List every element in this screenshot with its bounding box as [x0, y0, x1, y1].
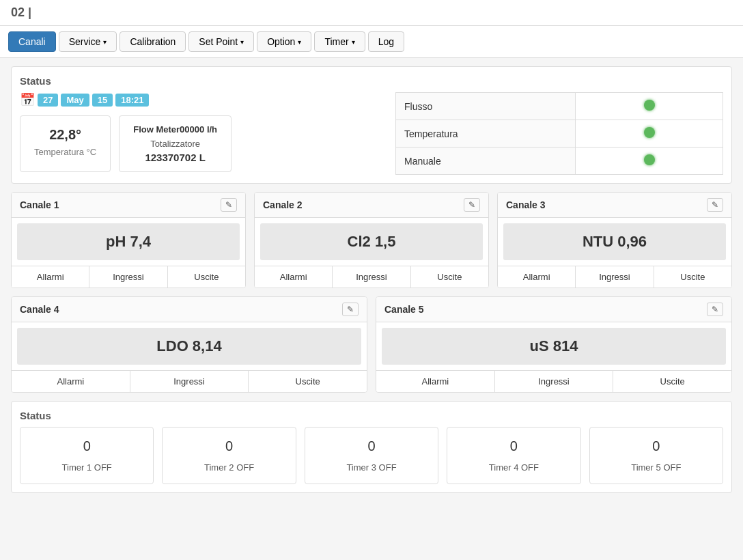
status-top-title: Status [20, 75, 723, 87]
channel-uscite-3[interactable]: Uscite [654, 266, 731, 288]
channel-edit-2[interactable]: ✎ [464, 198, 480, 212]
channel-edit-5[interactable]: ✎ [707, 303, 723, 316]
timer-label-5: Timer 5 OFF [598, 462, 714, 473]
timer-label-4: Timer 4 OFF [455, 462, 572, 473]
channel-allarmi-4[interactable]: Allarmi [12, 371, 130, 392]
temperatura-dot [576, 120, 723, 148]
channel-card-4: Canale 4 ✎ LDO 8,14 Allarmi Ingressi Usc… [11, 296, 367, 393]
temperature-value: 22,8° [34, 127, 96, 143]
totalizzatore-value: 123370702 L [133, 152, 217, 163]
timer-value-4: 0 [455, 438, 572, 454]
pencil-icon-3: ✎ [712, 200, 718, 210]
main-content: Status 📅 27 May 15 18:21 22,8° Temperatu… [0, 58, 743, 501]
channel-card-3: Canale 3 ✎ NTU 0,96 Allarmi Ingressi Usc… [497, 192, 732, 288]
channel-name-1: Canale 1 [20, 199, 59, 210]
date-day: 27 [38, 94, 58, 107]
pencil-icon-4: ✎ [347, 305, 354, 314]
status-inner: 📅 27 May 15 18:21 22,8° Temperatura °C F… [20, 92, 723, 175]
channel-value-2: Cl2 1,5 [260, 223, 483, 260]
timer-label-1: Timer 1 OFF [29, 462, 145, 473]
nav-calibration[interactable]: Calibration [120, 31, 186, 52]
timer-value-3: 0 [313, 438, 430, 454]
flow-box: Flow Meter00000 l/h Totalizzatore 123370… [119, 115, 232, 172]
pencil-icon-5: ✎ [712, 305, 718, 314]
channel-edit-4[interactable]: ✎ [342, 303, 359, 316]
channel-header-2: Canale 2 ✎ [255, 193, 488, 218]
nav-service[interactable]: Service ▾ [59, 31, 117, 52]
timer-label-3: Timer 3 OFF [313, 462, 430, 473]
channel-uscite-1[interactable]: Uscite [168, 266, 245, 288]
timer-card-4: 0 Timer 4 OFF [447, 427, 580, 484]
indicator-temperatura: Temperatura [396, 120, 723, 148]
channel-uscite-5[interactable]: Uscite [613, 371, 731, 392]
channel-name-5: Canale 5 [384, 304, 424, 315]
channel-ingressi-3[interactable]: Ingressi [576, 266, 654, 288]
option-caret: ▾ [298, 38, 301, 46]
channel-edit-1[interactable]: ✎ [221, 198, 237, 212]
nav-log[interactable]: Log [368, 31, 404, 52]
channel-value-3: NTU 0,96 [503, 223, 726, 260]
channel-uscite-2[interactable]: Uscite [411, 266, 488, 288]
timer-card-3: 0 Timer 3 OFF [305, 427, 438, 484]
channel-actions-2: Allarmi Ingressi Uscite [255, 266, 488, 288]
channel-allarmi-3[interactable]: Allarmi [498, 266, 576, 288]
flow-title: Flow Meter00000 l/h [133, 124, 217, 135]
navbar: Canali Service ▾ Calibration Set Point ▾… [0, 26, 743, 58]
flusso-status-dot [644, 100, 655, 111]
channel-header-1: Canale 1 ✎ [12, 193, 245, 218]
top-bar: 02 | [0, 0, 743, 26]
timer-card-5: 0 Timer 5 OFF [589, 427, 723, 484]
channel-card-2: Canale 2 ✎ Cl2 1,5 Allarmi Ingressi Usci… [254, 192, 489, 288]
channel-allarmi-2[interactable]: Allarmi [255, 266, 333, 288]
channel-ingressi-1[interactable]: Ingressi [89, 266, 167, 288]
status-indicators-table: Flusso Temperatura Manuale [395, 92, 723, 175]
manuale-label: Manuale [396, 148, 576, 175]
channel-value-1: pH 7,4 [17, 223, 240, 260]
channel-edit-3[interactable]: ✎ [707, 198, 723, 212]
channel-name-2: Canale 2 [263, 199, 303, 210]
flusso-label: Flusso [396, 93, 576, 120]
channel-actions-3: Allarmi Ingressi Uscite [498, 266, 731, 288]
channel-uscite-4[interactable]: Uscite [249, 371, 367, 392]
channel-header-4: Canale 4 ✎ [12, 297, 367, 322]
service-caret: ▾ [103, 38, 107, 46]
date-time: 18:21 [115, 94, 149, 107]
status-right: Flusso Temperatura Manuale [395, 92, 723, 175]
manuale-dot [576, 148, 723, 175]
top-bar-title: 02 | [11, 5, 31, 19]
channel-name-4: Canale 4 [20, 304, 59, 315]
status-bottom-section: Status 0 Timer 1 OFF 0 Timer 2 OFF 0 Tim… [11, 401, 732, 493]
pencil-icon-2: ✎ [468, 200, 475, 210]
channel-card-1: Canale 1 ✎ pH 7,4 Allarmi Ingressi Uscit… [11, 192, 246, 288]
channel-card-5: Canale 5 ✎ uS 814 Allarmi Ingressi Uscit… [376, 296, 732, 393]
temperatura-label: Temperatura [396, 120, 576, 148]
flusso-dot [576, 93, 723, 120]
temperature-box: 22,8° Temperatura °C [20, 115, 111, 172]
channel-ingressi-4[interactable]: Ingressi [130, 371, 249, 392]
timer-value-5: 0 [598, 438, 714, 454]
manuale-status-dot [644, 154, 655, 165]
nav-option[interactable]: Option ▾ [257, 31, 311, 52]
channels-row-1: Canale 1 ✎ pH 7,4 Allarmi Ingressi Uscit… [11, 192, 732, 288]
date-month: May [61, 94, 89, 107]
nav-setpoint[interactable]: Set Point ▾ [188, 31, 254, 52]
channel-ingressi-5[interactable]: Ingressi [495, 371, 614, 392]
channel-ingressi-2[interactable]: Ingressi [333, 266, 410, 288]
pencil-icon-1: ✎ [225, 200, 232, 210]
channel-actions-5: Allarmi Ingressi Uscite [376, 370, 731, 392]
channel-actions-1: Allarmi Ingressi Uscite [12, 266, 245, 288]
channel-value-4: LDO 8,14 [17, 328, 361, 365]
status-top-section: Status 📅 27 May 15 18:21 22,8° Temperatu… [11, 66, 732, 184]
calendar-icon: 📅 [20, 92, 35, 107]
setpoint-caret: ▾ [240, 38, 244, 46]
channel-value-5: uS 814 [382, 328, 726, 365]
status-bottom-title: Status [20, 410, 723, 421]
nav-timer[interactable]: Timer ▾ [314, 31, 365, 52]
channel-allarmi-1[interactable]: Allarmi [12, 266, 89, 288]
nav-canali[interactable]: Canali [8, 31, 56, 52]
date-row: 📅 27 May 15 18:21 [20, 92, 384, 107]
timer-caret: ▾ [352, 38, 355, 46]
channel-header-5: Canale 5 ✎ [376, 297, 731, 322]
timers-grid: 0 Timer 1 OFF 0 Timer 2 OFF 0 Timer 3 OF… [20, 427, 723, 484]
channel-allarmi-5[interactable]: Allarmi [376, 371, 495, 392]
